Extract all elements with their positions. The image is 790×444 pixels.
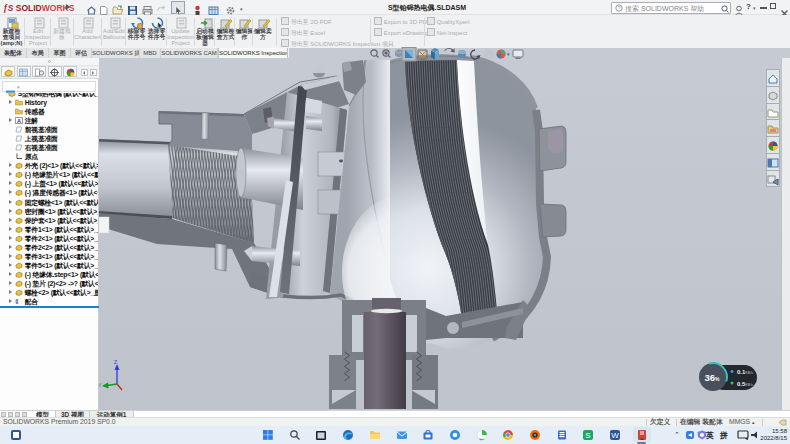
- svg-text:?: ?: [617, 5, 620, 11]
- svg-text:Z: Z: [114, 359, 117, 365]
- svg-text:A: A: [17, 118, 21, 124]
- svg-text:S: S: [586, 431, 591, 440]
- svg-text:▾: ▾: [507, 51, 510, 57]
- svg-text:W: W: [611, 431, 619, 440]
